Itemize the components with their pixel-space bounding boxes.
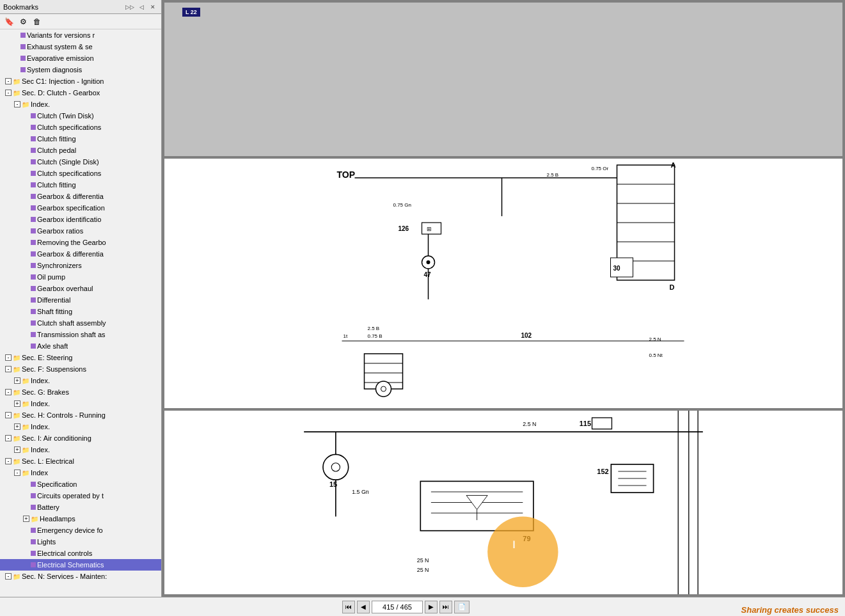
- collapse-icon[interactable]: -: [14, 470, 20, 476]
- svg-text:126: 126: [399, 225, 409, 232]
- tree-item-1[interactable]: Variants for versions r: [0, 29, 161, 41]
- collapse-icon[interactable]: -: [5, 354, 12, 361]
- tree-item-29[interactable]: -📁Sec. E: Steering: [0, 352, 161, 363]
- tree-item-11[interactable]: Clutch pedal: [0, 145, 161, 156]
- tree-item-43[interactable]: +📁Headlamps: [0, 513, 161, 525]
- tree-item-28[interactable]: Axle shaft: [0, 340, 161, 352]
- pdf-page-3: 15 115 2.5 N 1.5 G: [164, 411, 842, 594]
- tree-item-32[interactable]: -📁Sec. G: Brakes: [0, 386, 161, 398]
- tree-label: Synchronizers: [37, 262, 82, 269]
- collapse-icon[interactable]: ◁: [136, 2, 146, 12]
- branding-text: Sharing creates success: [741, 605, 839, 615]
- tree-item-26[interactable]: Clutch shaft assembly: [0, 317, 161, 329]
- tree-item-44[interactable]: Emergency device fo: [0, 525, 161, 536]
- tree-item-30[interactable]: -📁Sec. F: Suspensions: [0, 363, 161, 375]
- navigation-controls: ⏮ ◀ ▶ ⏭ 📄: [342, 601, 470, 613]
- tree-item-38[interactable]: -📁Sec. L: Electrical: [0, 455, 161, 467]
- tree-item-15[interactable]: Gearbox & differentia: [0, 191, 161, 202]
- svg-rect-12: [422, 223, 441, 234]
- last-page-button[interactable]: ⏭: [439, 601, 452, 613]
- tree-item-20[interactable]: Gearbox & differentia: [0, 248, 161, 260]
- tree-item-48[interactable]: -📁Sec. N: Services - Mainten:: [0, 571, 161, 582]
- prev-page-button[interactable]: ◀: [357, 601, 370, 613]
- bookmarks-toolbar: ▷▷ ◁ ✕: [125, 2, 158, 12]
- main-content: L 22 TOP 2.5 B 0.75 Or A: [162, 0, 845, 597]
- tree-item-45[interactable]: Lights: [0, 536, 161, 548]
- expand-icon[interactable]: ▷▷: [125, 2, 135, 12]
- tree-item-18[interactable]: Gearbox ratios: [0, 225, 161, 237]
- tree-item-46[interactable]: Electrical controls: [0, 548, 161, 559]
- tree-item-33[interactable]: +📁Index.: [0, 398, 161, 409]
- expand-icon[interactable]: +: [14, 377, 20, 384]
- collapse-icon[interactable]: -: [14, 101, 20, 107]
- tree-item-21[interactable]: Synchronizers: [0, 260, 161, 271]
- tree-item-7[interactable]: -📁Index.: [0, 99, 161, 110]
- tree-item-37[interactable]: +📁Index.: [0, 444, 161, 455]
- tree-item-39[interactable]: -📁Index: [0, 467, 161, 478]
- delete-bookmark-icon[interactable]: 🗑: [31, 16, 43, 28]
- expand-icon[interactable]: +: [14, 400, 20, 407]
- bookmark-icon: [31, 528, 36, 533]
- tree-label: Clutch pedal: [37, 146, 76, 154]
- tree-item-6[interactable]: -📁Sec. D: Clutch - Gearbox: [0, 87, 161, 99]
- tree-item-31[interactable]: +📁Index.: [0, 375, 161, 386]
- svg-text:25 N: 25 N: [417, 567, 429, 573]
- tree-label: Electrical controls: [37, 549, 92, 557]
- bookmark-icon: [20, 33, 26, 38]
- tree-item-2[interactable]: Exhaust system & se: [0, 41, 161, 52]
- tree-item-36[interactable]: -📁Sec. I: Air conditioning: [0, 432, 161, 444]
- tree-item-4[interactable]: System diagnosis: [0, 64, 161, 75]
- tree-item-40[interactable]: Specification: [0, 478, 161, 490]
- tree-item-8[interactable]: Clutch (Twin Disk): [0, 110, 161, 122]
- collapse-icon[interactable]: -: [5, 366, 12, 372]
- tree-label: Oil pump: [37, 273, 65, 281]
- tree-item-25[interactable]: Shaft fitting: [0, 306, 161, 317]
- tree-item-16[interactable]: Gearbox specification: [0, 202, 161, 214]
- tree-item-23[interactable]: Gearbox overhaul: [0, 283, 161, 294]
- tree-item-14[interactable]: Clutch fitting: [0, 179, 161, 191]
- options-icon[interactable]: ✕: [148, 2, 158, 12]
- bottom-toolbar: ⏮ ◀ ▶ ⏭ 📄 Sharing creates success: [0, 597, 845, 616]
- first-page-button[interactable]: ⏮: [342, 601, 355, 613]
- collapse-icon[interactable]: -: [5, 90, 12, 96]
- tree-item-5[interactable]: -📁Sec C1: Injection - Ignition: [0, 75, 161, 87]
- folder-icon: 📁: [13, 354, 20, 361]
- tree-item-27[interactable]: Transmission shaft as: [0, 329, 161, 340]
- collapse-icon[interactable]: -: [5, 435, 12, 441]
- expand-icon[interactable]: +: [14, 446, 20, 453]
- export-button[interactable]: 📄: [454, 601, 470, 613]
- schematic-bottom-svg: 15 115 2.5 N 1.5 G: [164, 411, 842, 594]
- next-page-button[interactable]: ▶: [425, 601, 438, 613]
- tree-item-42[interactable]: Battery: [0, 501, 161, 513]
- tree-item-24[interactable]: Differential: [0, 294, 161, 306]
- pdf-pages: L 22 TOP 2.5 B 0.75 Or A: [162, 0, 845, 597]
- edit-bookmark-icon[interactable]: ⚙: [17, 16, 29, 28]
- tree-item-3[interactable]: Evaporative emission: [0, 52, 161, 64]
- tree-item-34[interactable]: -📁Sec. H: Controls - Running: [0, 409, 161, 421]
- collapse-icon[interactable]: -: [5, 458, 12, 464]
- tree-item-12[interactable]: Clutch (Single Disk): [0, 156, 161, 168]
- tree-item-13[interactable]: Clutch specifications: [0, 168, 161, 179]
- tree-item-9[interactable]: Clutch specifications: [0, 122, 161, 133]
- svg-text:1t: 1t: [344, 333, 348, 339]
- collapse-icon[interactable]: -: [5, 412, 12, 418]
- expand-icon[interactable]: +: [23, 516, 29, 522]
- tree-item-22[interactable]: Oil pump: [0, 271, 161, 283]
- tree-item-10[interactable]: Clutch fitting: [0, 133, 161, 145]
- tree-item-19[interactable]: Removing the Gearbo: [0, 237, 161, 248]
- page-number-input[interactable]: [372, 601, 423, 613]
- tree-label: Electrical Schematics: [37, 561, 104, 569]
- expand-icon[interactable]: +: [14, 423, 20, 430]
- bookmark-tree[interactable]: Variants for versions rExhaust system & …: [0, 29, 161, 607]
- new-bookmark-icon[interactable]: 🔖: [3, 16, 15, 28]
- tree-item-41[interactable]: Circuits operated by t: [0, 490, 161, 501]
- collapse-icon[interactable]: -: [5, 573, 12, 580]
- folder-icon: 📁: [22, 423, 29, 430]
- collapse-icon[interactable]: -: [5, 78, 12, 84]
- folder-icon: 📁: [22, 101, 29, 108]
- tree-item-17[interactable]: Gearbox identificatio: [0, 214, 161, 225]
- tree-item-47[interactable]: Electrical Schematics: [0, 559, 161, 571]
- bookmark-icon: [31, 344, 36, 349]
- tree-item-35[interactable]: +📁Index.: [0, 421, 161, 432]
- collapse-icon[interactable]: -: [5, 389, 12, 395]
